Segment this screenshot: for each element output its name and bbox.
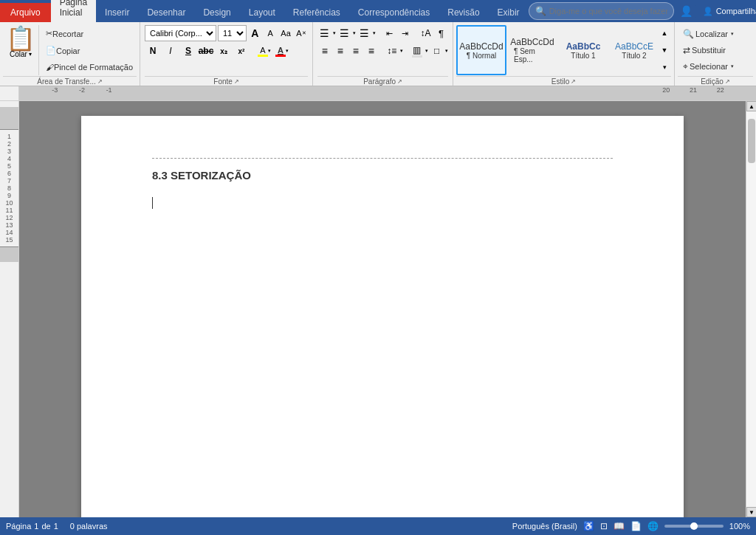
para-row-2: ≡ ≡ ≡ ≡ ↕≡ ▾ ▥ ▾ □ ▾: [317, 43, 448, 59]
font-color-dropdown-icon[interactable]: ▾: [286, 48, 289, 54]
font-size-select[interactable]: 11: [218, 25, 247, 41]
shading-dropdown-icon[interactable]: ▾: [425, 48, 428, 54]
multilevel-button[interactable]: ☰: [357, 25, 371, 41]
styles-scroll-more[interactable]: ▾: [659, 59, 670, 75]
tab-exibir[interactable]: Exibir: [489, 3, 529, 22]
format-painter-button[interactable]: 🖌 Pincel de Formatação: [42, 61, 137, 74]
scroll-track[interactable]: [746, 111, 756, 507]
read-mode-icon[interactable]: 📖: [614, 521, 625, 531]
scroll-up-button[interactable]: ▲: [746, 101, 756, 111]
style-titulo2-label: Título 2: [622, 52, 646, 60]
share-button[interactable]: 👤 Compartilhar: [695, 4, 756, 19]
clipboard-expand-icon[interactable]: ↗: [97, 78, 103, 85]
scroll-down-button[interactable]: ▼: [746, 507, 756, 517]
subscript-button[interactable]: x₂: [216, 43, 232, 59]
font-family-select[interactable]: Calibri (Corp...: [145, 25, 216, 41]
border-dropdown-icon[interactable]: ▾: [445, 48, 448, 54]
tab-desenhar[interactable]: Desenhar: [138, 3, 194, 22]
underline-button[interactable]: S: [180, 43, 196, 59]
page-content: 8.3 SETORIZAÇÃO: [152, 169, 613, 517]
font-color-button[interactable]: A ▾: [274, 43, 290, 59]
styles-scroll-up[interactable]: ▲: [659, 25, 670, 41]
border-button[interactable]: □: [430, 43, 444, 59]
paste-button[interactable]: 📋 Colar ▾: [3, 25, 38, 75]
v-ruler-page: 1 2 3 4 5 6 7 8 9 10 11 12 13 14 15: [0, 129, 19, 247]
ribbon: 📋 Colar ▾ ✂ Recortar 📄 Copiar: [0, 22, 756, 86]
zoom-thumb[interactable]: [690, 522, 698, 530]
shading-button[interactable]: ▥: [410, 43, 424, 59]
paragraph-label: Parágrafo ↗: [317, 76, 448, 86]
language-status: Português (Brasil): [512, 522, 577, 531]
scroll-thumb[interactable]: [748, 119, 755, 163]
paragraph-expand-icon[interactable]: ↗: [397, 78, 402, 85]
document-heading: 8.3 SETORIZAÇÃO: [152, 169, 613, 182]
zoom-slider[interactable]: [664, 525, 724, 528]
tab-pagina-inicial[interactable]: Página Inicial: [51, 0, 96, 22]
tab-layout[interactable]: Layout: [240, 3, 284, 22]
find-dropdown-icon[interactable]: ▾: [731, 31, 734, 37]
replace-button[interactable]: ⇄ Substituir: [678, 43, 753, 58]
multilevel-dropdown-icon[interactable]: ▾: [373, 30, 376, 36]
tab-design[interactable]: Design: [194, 3, 239, 22]
search-bar[interactable]: 🔍: [529, 2, 674, 20]
line-spacing-dropdown-icon[interactable]: ▾: [400, 48, 403, 54]
justify-button[interactable]: ≡: [364, 43, 378, 59]
styles-scroll: ▲ ▼ ▾: [659, 25, 671, 75]
style-normal-label: ¶ Normal: [467, 52, 496, 60]
copy-button[interactable]: 📄 Copiar: [42, 44, 137, 58]
print-view-icon[interactable]: 📄: [630, 521, 642, 531]
line-spacing-button[interactable]: ↕≡: [385, 43, 399, 59]
font-color-bar: [275, 55, 286, 57]
tab-arquivo[interactable]: Arquivo: [0, 3, 51, 22]
tab-revisao[interactable]: Revisão: [439, 3, 488, 22]
italic-button[interactable]: I: [162, 43, 179, 59]
numbered-button[interactable]: ☰: [337, 25, 351, 41]
styles-scroll-down[interactable]: ▼: [659, 42, 670, 58]
sort-button[interactable]: ↕A: [419, 25, 433, 41]
bullets-dropdown-icon[interactable]: ▾: [333, 30, 336, 36]
select-button[interactable]: ⌖ Selecionar ▾: [678, 59, 753, 74]
bullets-button[interactable]: ☰: [317, 25, 331, 41]
align-right-button[interactable]: ≡: [348, 43, 362, 59]
tab-correspondencias[interactable]: Correspondências: [349, 3, 439, 22]
scrollbar-vertical[interactable]: ▲ ▼: [746, 101, 756, 517]
paste-icon: 📋: [6, 27, 35, 50]
v-ruler-marks: 1 2 3 4 5 6 7 8 9 10 11 12 13 14 15: [0, 107, 19, 262]
tab-inserir[interactable]: Inserir: [96, 3, 138, 22]
font-expand-icon[interactable]: ↗: [234, 78, 239, 85]
select-dropdown-icon[interactable]: ▾: [731, 63, 734, 69]
document-canvas[interactable]: 8.3 SETORIZAÇÃO: [19, 101, 746, 517]
font-grow-button[interactable]: A: [248, 25, 262, 41]
ribbon-body: 📋 Colar ▾ ✂ Recortar 📄 Copiar: [0, 22, 756, 86]
style-titulo1[interactable]: AaBbCc Título 1: [558, 25, 608, 75]
tab-referencias[interactable]: Referências: [284, 3, 349, 22]
highlight-dropdown-icon[interactable]: ▾: [268, 48, 271, 54]
styles-expand-icon[interactable]: ↗: [571, 78, 576, 85]
words-status: 0 palavras: [70, 522, 108, 531]
clipboard-label: Área de Transfe... ↗: [3, 76, 137, 86]
search-input[interactable]: [549, 7, 667, 15]
strikethrough-button[interactable]: abc: [198, 43, 214, 59]
align-left-button[interactable]: ≡: [317, 43, 331, 59]
find-button[interactable]: 🔍 Localizar ▾: [678, 27, 753, 41]
web-view-icon[interactable]: 🌐: [647, 521, 659, 531]
increase-indent-button[interactable]: ⇥: [398, 25, 412, 41]
editing-expand-icon[interactable]: ↗: [725, 78, 730, 85]
decrease-indent-button[interactable]: ⇤: [382, 25, 396, 41]
style-sem-espaco[interactable]: AaBbCcDd ¶ Sem Esp...: [507, 25, 557, 75]
show-marks-button[interactable]: ¶: [434, 25, 448, 41]
cut-button[interactable]: ✂ Recortar: [42, 27, 137, 41]
style-normal[interactable]: AaBbCcDd ¶ Normal: [456, 25, 506, 75]
editing-group: 🔍 Localizar ▾ ⇄ Substituir ⌖ Selecionar …: [675, 22, 756, 86]
cut-icon: ✂: [46, 29, 52, 38]
font-shrink-button[interactable]: A: [264, 25, 278, 41]
font-case-button[interactable]: Aa: [279, 25, 293, 41]
bold-button[interactable]: N: [145, 43, 161, 59]
style-titulo2[interactable]: AaBbCcE Título 2: [609, 25, 659, 75]
superscript-button[interactable]: x²: [233, 43, 250, 59]
replace-icon: ⇄: [683, 45, 690, 55]
align-center-button[interactable]: ≡: [333, 43, 347, 59]
clear-formatting-button[interactable]: A✕: [294, 25, 308, 41]
text-highlight-button[interactable]: A ▾: [256, 43, 272, 59]
numbered-dropdown-icon[interactable]: ▾: [353, 30, 356, 36]
